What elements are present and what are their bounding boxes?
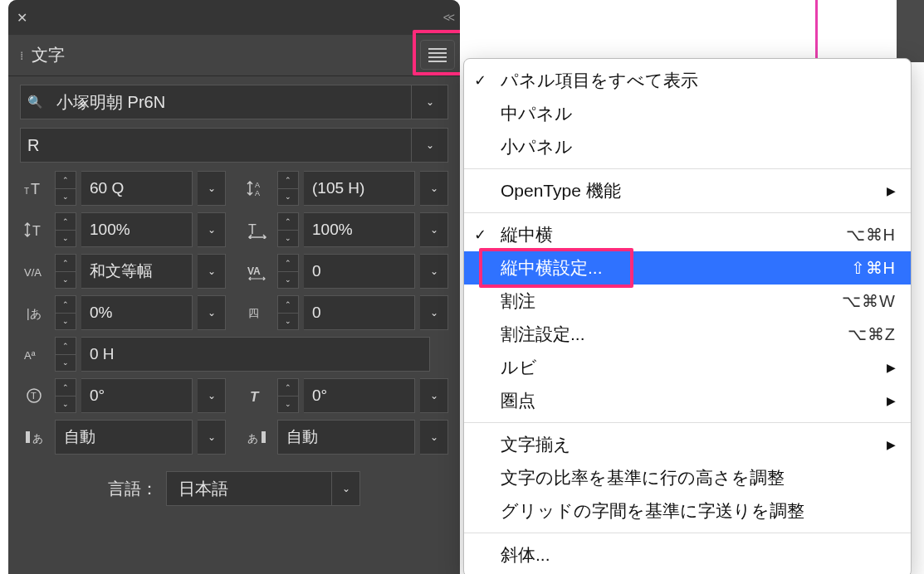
svg-rect-17 xyxy=(262,431,266,443)
hamburger-icon xyxy=(428,48,447,62)
rotation-value[interactable]: 0° xyxy=(81,378,193,413)
vscale-dropdown[interactable]: ⌄ xyxy=(198,212,226,247)
stepper-down-icon[interactable]: ⌄ xyxy=(56,189,76,206)
menu-item-label: 圏点 xyxy=(501,389,535,412)
stepper[interactable]: ⌃⌄ xyxy=(55,295,76,330)
menu-item[interactable]: OpenType 機能▶ xyxy=(464,174,911,207)
svg-text:あ: あ xyxy=(32,432,43,445)
leading-value[interactable]: (105 H) xyxy=(304,171,415,206)
stepper[interactable]: ⌃⌄ xyxy=(277,171,299,206)
font-family-dropdown[interactable]: ⌄ xyxy=(412,85,448,119)
stepper-up-icon[interactable]: ⌃ xyxy=(278,296,298,314)
menu-item[interactable]: ✓パネル項目をすべて表示 xyxy=(464,64,911,97)
menu-shortcut: ⌥⌘W xyxy=(842,291,896,311)
hscale-dropdown[interactable]: ⌄ xyxy=(420,212,448,247)
svg-text:Aª: Aª xyxy=(24,349,36,362)
auto1-dropdown[interactable]: ⌄ xyxy=(198,420,226,455)
stepper-up-icon[interactable]: ⌃ xyxy=(278,213,298,231)
stepper-down-icon[interactable]: ⌄ xyxy=(56,272,76,289)
menu-item[interactable]: 縦中横設定...⇧⌘H xyxy=(464,251,911,285)
stepper-up-icon[interactable]: ⌃ xyxy=(56,296,76,314)
hscale-value[interactable]: 100% xyxy=(304,212,415,247)
auto1-value[interactable]: 自動 xyxy=(55,420,193,455)
stepper-up-icon[interactable]: ⌃ xyxy=(56,255,76,272)
stepper-down-icon[interactable]: ⌄ xyxy=(278,189,298,206)
stepper[interactable]: ⌃⌄ xyxy=(277,295,299,330)
menu-item[interactable]: 小パネル xyxy=(464,130,911,163)
auto2-dropdown[interactable]: ⌄ xyxy=(420,420,448,455)
font-family-input[interactable]: 🔍 小塚明朝 Pr6N xyxy=(20,85,412,119)
menu-item[interactable]: 文字揃え▶ xyxy=(464,428,911,461)
chevron-down-icon: ⌄ xyxy=(426,139,434,151)
menu-shortcut: ⌥⌘Z xyxy=(848,324,896,344)
vscale-value[interactable]: 100% xyxy=(81,212,193,247)
menu-item[interactable]: グリッドの字間を基準に字送りを調整 xyxy=(464,494,911,528)
stepper[interactable]: ⌃⌄ xyxy=(277,254,299,289)
chevron-down-icon: ⌄ xyxy=(430,431,438,443)
chevron-down-icon: ⌄ xyxy=(430,307,438,319)
stepper-down-icon[interactable]: ⌄ xyxy=(56,231,76,247)
stepper-down-icon[interactable]: ⌄ xyxy=(56,314,76,330)
stepper-down-icon[interactable]: ⌄ xyxy=(278,231,298,247)
stepper-down-icon[interactable]: ⌄ xyxy=(56,355,76,372)
tracking-dropdown[interactable]: ⌄ xyxy=(420,254,448,289)
kerning-dropdown[interactable]: ⌄ xyxy=(198,254,226,289)
font-style-dropdown[interactable]: ⌄ xyxy=(412,128,448,163)
menu-item[interactable]: ✓縦中横⌥⌘H xyxy=(464,218,911,251)
stepper-down-icon[interactable]: ⌄ xyxy=(56,396,76,413)
font-size-value[interactable]: 60 Q xyxy=(81,171,193,206)
rotation-control: T ⌃⌄ 0° ⌄ xyxy=(20,378,226,413)
search-icon: 🔍 xyxy=(27,95,43,109)
stepper[interactable]: ⌃⌄ xyxy=(55,171,76,206)
stepper[interactable]: ⌃⌄ xyxy=(55,378,76,413)
menu-item[interactable]: 圏点▶ xyxy=(464,384,911,417)
menu-item[interactable]: 文字の比率を基準に行の高さを調整 xyxy=(464,461,911,494)
menu-item[interactable]: 割注⌥⌘W xyxy=(464,285,911,318)
rotation-dropdown[interactable]: ⌄ xyxy=(198,378,226,413)
tsume-dropdown[interactable]: ⌄ xyxy=(198,295,226,330)
aki-dropdown[interactable]: ⌄ xyxy=(420,295,448,330)
tsume-value[interactable]: 0% xyxy=(81,295,193,330)
auto1-control: あ 自動 ⌄ xyxy=(20,420,226,455)
language-select[interactable]: 日本語 ⌄ xyxy=(166,471,360,506)
leading-dropdown[interactable]: ⌄ xyxy=(420,171,448,206)
skew-dropdown[interactable]: ⌄ xyxy=(420,378,448,413)
auto2-value[interactable]: 自動 xyxy=(277,420,415,455)
menu-item[interactable]: ルビ▶ xyxy=(464,351,911,384)
stepper-down-icon[interactable]: ⌄ xyxy=(278,314,298,330)
stepper-down-icon[interactable]: ⌄ xyxy=(278,396,298,413)
stepper[interactable]: ⌃⌄ xyxy=(277,378,299,413)
panel-menu-button[interactable] xyxy=(420,40,455,70)
kerning-value[interactable]: 和文等幅 xyxy=(81,254,193,289)
aki-value[interactable]: 0 xyxy=(304,295,415,330)
menu-item[interactable]: 中パネル xyxy=(464,97,911,130)
stepper-up-icon[interactable]: ⌃ xyxy=(56,338,76,355)
panel-header: ✕ << xyxy=(8,0,460,35)
font-style-input[interactable]: R xyxy=(20,128,412,163)
stepper[interactable]: ⌃⌄ xyxy=(55,212,76,247)
collapse-icon[interactable]: << xyxy=(443,11,453,24)
menu-item-label: 文字の比率を基準に行の高さを調整 xyxy=(501,466,785,489)
stepper[interactable]: ⌃⌄ xyxy=(55,254,76,289)
stepper-up-icon[interactable]: ⌃ xyxy=(278,255,298,272)
stepper[interactable]: ⌃⌄ xyxy=(277,212,299,247)
stepper-up-icon[interactable]: ⌃ xyxy=(278,172,298,189)
skew-value[interactable]: 0° xyxy=(304,378,415,413)
stepper-down-icon[interactable]: ⌄ xyxy=(278,272,298,289)
close-icon[interactable]: ✕ xyxy=(8,10,36,26)
stepper[interactable]: ⌃⌄ xyxy=(55,337,76,372)
stepper-up-icon[interactable]: ⌃ xyxy=(278,379,298,396)
tab-character[interactable]: ⁞ 文字 xyxy=(8,35,76,75)
font-size-dropdown[interactable]: ⌄ xyxy=(198,171,226,206)
stepper-up-icon[interactable]: ⌃ xyxy=(56,172,76,189)
stepper-up-icon[interactable]: ⌃ xyxy=(56,379,76,396)
menu-item[interactable]: 割注設定...⌥⌘Z xyxy=(464,318,911,351)
menu-item-label: 縦中横 xyxy=(501,223,553,246)
baseline-value[interactable]: 0 H xyxy=(81,337,430,372)
stepper-up-icon[interactable]: ⌃ xyxy=(56,213,76,231)
panel-body: 🔍 小塚明朝 Pr6N ⌄ R ⌄ TT ⌃⌄ 60 Q ⌄ AA xyxy=(8,76,460,514)
language-dropdown[interactable]: ⌄ xyxy=(332,471,360,506)
chevron-down-icon: ⌄ xyxy=(342,483,350,494)
tracking-value[interactable]: 0 xyxy=(304,254,415,289)
menu-item[interactable]: 斜体... xyxy=(464,538,911,572)
